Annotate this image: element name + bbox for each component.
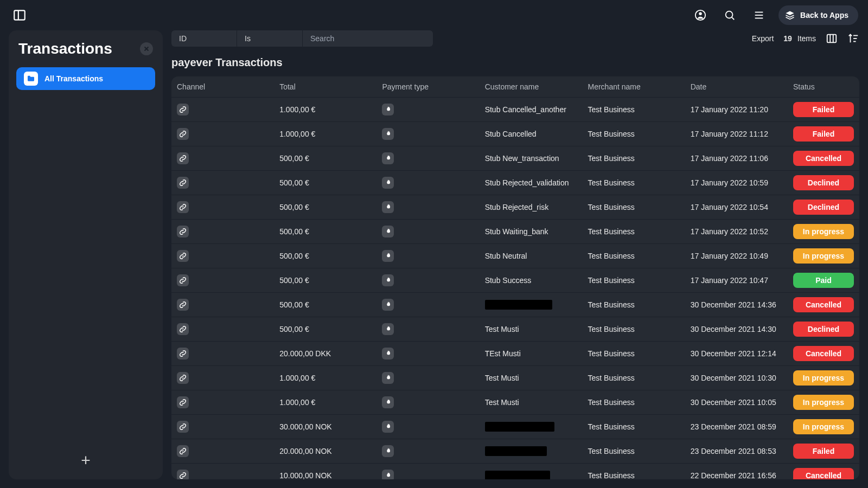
columns-icon[interactable] (826, 33, 838, 44)
table-row[interactable]: 1.000,00 €Test MustiTest Business30 Dece… (171, 366, 859, 390)
cell-date: 30 December 2021 14:30 (691, 325, 776, 333)
topbar: Back to Apps (0, 0, 868, 30)
link-icon (177, 421, 189, 433)
cell-merchant: Test Business (588, 276, 634, 285)
col-total[interactable]: Total (274, 76, 376, 98)
table-row[interactable]: 1.000,00 €Stub CancelledTest Business17 … (171, 122, 859, 146)
cell-date: 23 December 2021 08:59 (691, 422, 776, 431)
filter-search-input[interactable]: Search (303, 30, 433, 47)
col-merch[interactable]: Merchant name (582, 76, 685, 98)
flame-icon (382, 250, 394, 262)
table-row[interactable]: 500,00 €Stub SuccessTest Business17 Janu… (171, 268, 859, 293)
cell-merchant: Test Business (588, 398, 634, 407)
cell-date: 30 December 2021 12:14 (691, 349, 776, 358)
table-row[interactable]: 20.000,00 NOKTest Business23 December 20… (171, 439, 859, 464)
flame-icon (382, 421, 394, 433)
cell-total: 1.000,00 € (279, 105, 315, 114)
main-panel: ID Is Search Export 19 Items payever Tra… (171, 30, 859, 479)
status-badge: Failed (793, 126, 854, 142)
cell-merchant: Test Business (588, 203, 634, 211)
link-icon (177, 250, 189, 262)
cell-customer: Stub Rejected_validation (485, 178, 569, 187)
cell-date: 17 January 2022 11:06 (691, 154, 768, 163)
sort-icon[interactable] (847, 33, 859, 44)
flame-icon (382, 396, 394, 408)
cell-date: 30 December 2021 14:36 (691, 300, 776, 309)
filter-bar: ID Is Search Export 19 Items (171, 30, 859, 47)
flame-icon (382, 177, 394, 189)
col-channel[interactable]: Channel (171, 76, 274, 98)
status-badge: In progress (793, 370, 854, 386)
cell-customer: Test Musti (485, 325, 519, 333)
status-badge: In progress (793, 395, 854, 410)
flame-icon (382, 348, 394, 359)
table-row[interactable]: 1.000,00 €Test MustiTest Business30 Dece… (171, 390, 859, 415)
cell-date: 17 January 2022 11:12 (691, 130, 768, 138)
table-row[interactable]: 500,00 €Stub Rejected_validationTest Bus… (171, 171, 859, 195)
menu-icon[interactable] (749, 5, 769, 25)
cell-total: 500,00 € (279, 178, 309, 187)
cell-customer: Stub Cancelled (485, 130, 537, 138)
filter-field-dropdown[interactable]: ID (171, 30, 237, 47)
page-title: payever Transactions (171, 56, 859, 69)
cell-total: 500,00 € (279, 276, 309, 285)
cell-date: 17 January 2022 10:59 (691, 178, 768, 187)
cell-total: 500,00 € (279, 325, 309, 333)
status-badge: In progress (793, 224, 854, 239)
back-to-apps-button[interactable]: Back to Apps (778, 5, 858, 25)
table-row[interactable]: 500,00 €Stub Rejected_riskTest Business1… (171, 195, 859, 220)
cell-total: 500,00 € (279, 252, 309, 260)
cell-date: 17 January 2022 10:47 (691, 276, 768, 285)
search-icon[interactable] (720, 5, 739, 25)
col-ptype[interactable]: Payment type (376, 76, 479, 98)
cell-merchant: Test Business (588, 252, 634, 260)
cell-merchant: Test Business (588, 300, 634, 309)
cell-merchant: Test Business (588, 154, 634, 163)
cell-merchant: Test Business (588, 471, 634, 479)
status-badge: Paid (793, 273, 854, 288)
cell-customer: Stub New_transaction (485, 154, 559, 163)
table-row[interactable]: 500,00 €Stub New_transactionTest Busines… (171, 146, 859, 171)
close-icon[interactable] (140, 42, 153, 55)
table-row[interactable]: 20.000,00 DKKTEst MustiTest Business30 D… (171, 342, 859, 366)
sidebar-item-all-transactions[interactable]: All Transactions (16, 67, 155, 90)
sidebar-item-label: All Transactions (44, 74, 103, 83)
col-cust[interactable]: Customer name (480, 76, 583, 98)
cell-merchant: Test Business (588, 374, 634, 382)
link-icon (177, 128, 189, 140)
transactions-table: Channel Total Payment type Customer name… (171, 76, 859, 479)
account-icon[interactable] (691, 5, 710, 25)
table-row[interactable]: 10.000,00 NOKTest Business22 December 20… (171, 464, 859, 480)
sidebar-title: Transactions (18, 40, 112, 57)
link-icon (177, 201, 189, 213)
items-count: 19 (783, 34, 792, 43)
status-badge: Cancelled (793, 297, 854, 312)
table-row[interactable]: 500,00 €Stub Waiting_bankTest Business17… (171, 220, 859, 244)
table-row[interactable]: 500,00 €Test MustiTest Business30 Decemb… (171, 317, 859, 342)
table-row[interactable]: 500,00 €Stub NeutralTest Business17 Janu… (171, 244, 859, 268)
cell-total: 500,00 € (279, 227, 309, 236)
redacted-name (485, 422, 554, 432)
cell-total: 10.000,00 NOK (279, 471, 332, 479)
cell-total: 500,00 € (279, 154, 309, 163)
svg-line-5 (732, 17, 734, 20)
stack-icon (785, 10, 795, 20)
cell-customer: Stub Waiting_bank (485, 227, 548, 236)
sidebar-toggle-icon[interactable] (10, 5, 29, 25)
redacted-name (485, 471, 550, 479)
table-row[interactable]: 1.000,00 €Stub Cancelled_anotherTest Bus… (171, 98, 859, 122)
add-button[interactable]: + (81, 451, 91, 470)
col-date[interactable]: Date (685, 76, 788, 98)
cell-date: 17 January 2022 10:54 (691, 203, 768, 211)
flame-icon (382, 299, 394, 311)
filter-op-dropdown[interactable]: Is (237, 30, 302, 47)
link-icon (177, 299, 189, 311)
flame-icon (382, 201, 394, 213)
cell-total: 500,00 € (279, 300, 309, 309)
export-link[interactable]: Export (752, 34, 774, 43)
table-row[interactable]: 500,00 €Test Business30 December 2021 14… (171, 293, 859, 317)
cell-customer: Stub Rejected_risk (485, 203, 549, 211)
col-status[interactable]: Status (788, 76, 859, 98)
table-row[interactable]: 30.000,00 NOKTest Business23 December 20… (171, 415, 859, 439)
status-badge: Cancelled (793, 346, 854, 361)
